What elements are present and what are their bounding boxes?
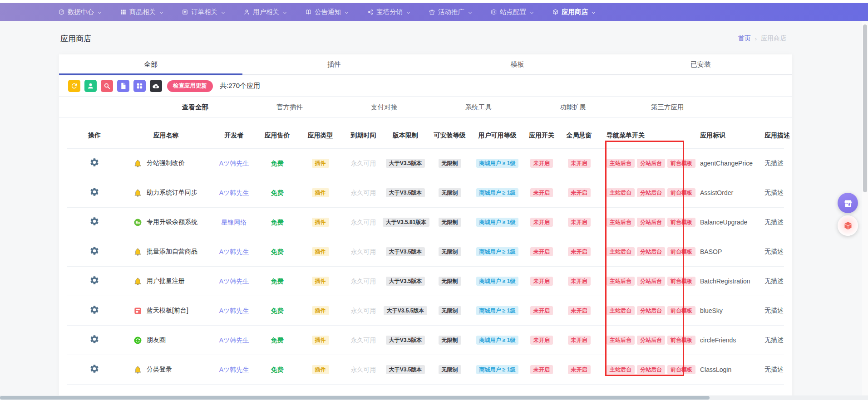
nav-item[interactable]: 公告通知 bbox=[305, 8, 349, 16]
filter-官方插件[interactable]: 官方插件 bbox=[256, 103, 324, 112]
nav-switch-badge[interactable]: 主站后台 bbox=[607, 159, 635, 168]
nav-item[interactable]: 应用商店 bbox=[552, 8, 596, 16]
search-icon bbox=[103, 82, 111, 90]
app-switch-badge[interactable]: 未开启 bbox=[530, 159, 553, 168]
vertical-scrollbar-thumb[interactable] bbox=[863, 24, 867, 192]
global-float-badge[interactable]: 未开启 bbox=[568, 277, 591, 286]
developer-link[interactable]: 星锋网络 bbox=[222, 219, 247, 226]
settings-gear-icon[interactable] bbox=[89, 187, 99, 197]
floating-shop-button[interactable] bbox=[838, 193, 858, 213]
nav-switch-badge[interactable]: 主站后台 bbox=[607, 188, 635, 197]
version-limit-badge: 大于V3.5.5版本 bbox=[384, 306, 428, 315]
tab-插件[interactable]: 插件 bbox=[242, 54, 426, 74]
nav-switch-badge[interactable]: 前台模板 bbox=[667, 336, 695, 345]
floating-cube-button[interactable] bbox=[838, 215, 858, 236]
tab-已安装[interactable]: 已安装 bbox=[609, 54, 792, 74]
app-switch-badge[interactable]: 未开启 bbox=[530, 365, 553, 374]
apps-button[interactable] bbox=[133, 80, 146, 92]
nav-switch-badge[interactable]: 主站后台 bbox=[607, 277, 635, 286]
nav-item[interactable]: 站点配置 bbox=[490, 8, 534, 16]
table-row: 批量添加自营商品 Aツ韩先生 免费 插件 永久可用 大于V3.5版本 无限制 商… bbox=[67, 237, 784, 267]
nav-item[interactable]: 用户相关 bbox=[243, 8, 287, 16]
search-button[interactable] bbox=[101, 80, 113, 92]
share-icon bbox=[367, 9, 374, 15]
nav-switch-badge[interactable]: 前台模板 bbox=[667, 218, 695, 227]
settings-gear-icon[interactable] bbox=[89, 275, 99, 285]
settings-gear-icon[interactable] bbox=[89, 364, 99, 374]
horizontal-scrollbar-thumb[interactable] bbox=[0, 396, 710, 400]
developer-link[interactable]: Aツ韩先生 bbox=[219, 160, 249, 167]
nav-item[interactable]: 活动推广 bbox=[429, 8, 473, 16]
app-switch-badge[interactable]: 未开启 bbox=[530, 336, 553, 345]
expire-time: 永久可用 bbox=[351, 366, 376, 373]
nav-switch-badge[interactable]: 前台模板 bbox=[667, 365, 695, 374]
document-button[interactable] bbox=[117, 80, 129, 92]
person-icon bbox=[87, 82, 94, 90]
refresh-button[interactable] bbox=[68, 80, 80, 92]
global-float-badge[interactable]: 未开启 bbox=[568, 336, 591, 345]
filter-支付对接[interactable]: 支付对接 bbox=[350, 103, 418, 112]
settings-gear-icon[interactable] bbox=[89, 216, 99, 226]
developer-link[interactable]: Aツ韩先生 bbox=[219, 248, 249, 255]
developer-link[interactable]: Aツ韩先生 bbox=[219, 307, 249, 314]
check-updates-button[interactable]: 检查应用更新 bbox=[167, 80, 213, 92]
breadcrumb-home-link[interactable]: 首页 bbox=[738, 34, 751, 43]
developer-link[interactable]: Aツ韩先生 bbox=[219, 337, 249, 344]
nav-switch-badge[interactable]: 主站后台 bbox=[607, 218, 635, 227]
global-float-badge[interactable]: 未开启 bbox=[568, 247, 591, 256]
app-switch-badge[interactable]: 未开启 bbox=[530, 247, 553, 256]
nav-menu-switches: 主站后台分站后台前台模板 bbox=[598, 159, 698, 166]
nav-switch-badge[interactable]: 主站后台 bbox=[607, 336, 635, 345]
horizontal-scrollbar[interactable] bbox=[0, 395, 868, 400]
settings-gear-icon[interactable] bbox=[89, 157, 99, 167]
filter-功能扩展[interactable]: 功能扩展 bbox=[539, 103, 607, 112]
tab-全部[interactable]: 全部 bbox=[59, 54, 242, 74]
cloud-upload-button[interactable] bbox=[150, 80, 162, 92]
global-float-badge[interactable]: 未开启 bbox=[568, 188, 591, 197]
refresh-icon bbox=[70, 82, 78, 90]
filter-查看全部[interactable]: 查看全部 bbox=[161, 103, 229, 112]
global-float-badge[interactable]: 未开启 bbox=[568, 306, 591, 315]
apps-icon bbox=[136, 82, 143, 90]
global-float-badge[interactable]: 未开启 bbox=[568, 365, 591, 374]
nav-item[interactable]: 订单相关 bbox=[182, 8, 226, 16]
nav-item[interactable]: 数据中心 bbox=[58, 8, 102, 16]
nav-menu-switches: 主站后台分站后台前台模板 bbox=[598, 306, 698, 314]
nav-switch-badge[interactable]: 分站后台 bbox=[637, 336, 665, 345]
nav-switch-badge[interactable]: 前台模板 bbox=[667, 247, 695, 256]
developer-link[interactable]: Aツ韩先生 bbox=[219, 189, 249, 196]
global-float-badge[interactable]: 未开启 bbox=[568, 159, 591, 168]
filter-系统工具[interactable]: 系统工具 bbox=[444, 103, 513, 112]
settings-gear-icon[interactable] bbox=[89, 305, 99, 315]
person-button[interactable] bbox=[84, 80, 97, 92]
developer-link[interactable]: Aツ韩先生 bbox=[219, 278, 249, 285]
nav-switch-badge[interactable]: 主站后台 bbox=[607, 365, 635, 374]
nav-item[interactable]: 宝塔分销 bbox=[367, 8, 411, 16]
app-switch-badge[interactable]: 未开启 bbox=[530, 306, 553, 315]
nav-switch-badge[interactable]: 分站后台 bbox=[637, 277, 665, 286]
nav-switch-badge[interactable]: 分站后台 bbox=[637, 218, 665, 227]
vertical-scrollbar[interactable] bbox=[862, 21, 868, 395]
nav-switch-badge[interactable]: 分站后台 bbox=[637, 188, 665, 197]
nav-switch-badge[interactable]: 分站后台 bbox=[637, 159, 665, 168]
nav-switch-badge[interactable]: 分站后台 bbox=[637, 247, 665, 256]
column-header: 全局悬窗 bbox=[560, 118, 598, 149]
nav-switch-badge[interactable]: 前台模板 bbox=[667, 306, 695, 315]
nav-switch-badge[interactable]: 前台模板 bbox=[667, 159, 695, 168]
developer-link[interactable]: Aツ韩先生 bbox=[219, 366, 249, 373]
tab-模板[interactable]: 模板 bbox=[426, 54, 609, 74]
app-switch-badge[interactable]: 未开启 bbox=[530, 188, 553, 197]
settings-gear-icon[interactable] bbox=[89, 246, 99, 256]
nav-item[interactable]: 商品相关 bbox=[120, 8, 164, 16]
settings-gear-icon[interactable] bbox=[89, 334, 99, 344]
nav-switch-badge[interactable]: 分站后台 bbox=[637, 365, 665, 374]
filter-第三方应用[interactable]: 第三方应用 bbox=[633, 103, 701, 112]
nav-switch-badge[interactable]: 主站后台 bbox=[607, 247, 635, 256]
nav-switch-badge[interactable]: 主站后台 bbox=[607, 306, 635, 315]
app-switch-badge[interactable]: 未开启 bbox=[530, 277, 553, 286]
app-switch-badge[interactable]: 未开启 bbox=[530, 218, 553, 227]
nav-switch-badge[interactable]: 前台模板 bbox=[667, 188, 695, 197]
nav-switch-badge[interactable]: 分站后台 bbox=[637, 306, 665, 315]
nav-switch-badge[interactable]: 前台模板 bbox=[667, 277, 695, 286]
global-float-badge[interactable]: 未开启 bbox=[568, 218, 591, 227]
